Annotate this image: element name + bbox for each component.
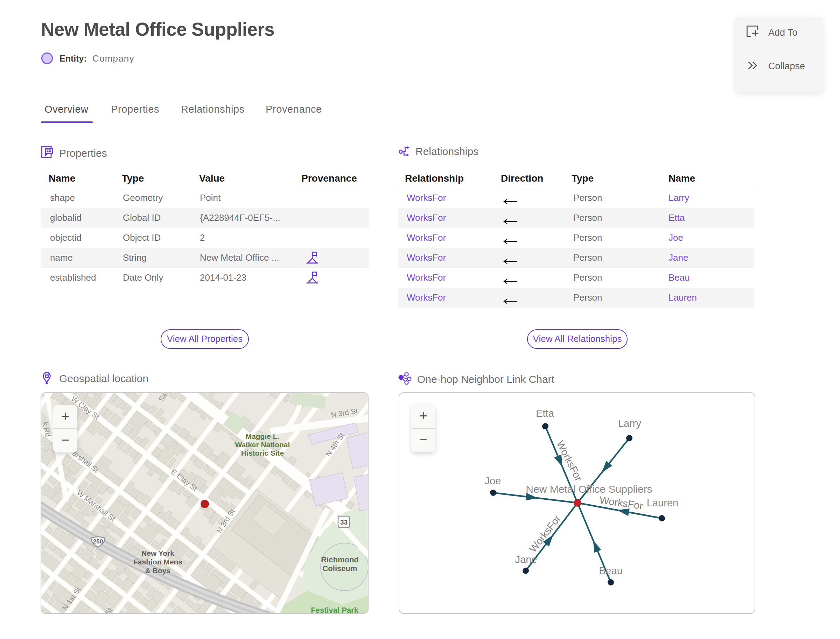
svg-text:Joe: Joe	[485, 475, 501, 486]
svg-text:Coliseum: Coliseum	[322, 564, 357, 573]
svg-text:Lauren: Lauren	[647, 497, 678, 509]
svg-text:Etta: Etta	[536, 408, 554, 419]
svg-text:Fashion Mens: Fashion Mens	[134, 558, 182, 566]
svg-text:New Metal Office Suppliers: New Metal Office Suppliers	[526, 483, 652, 495]
svg-text:Richmond: Richmond	[321, 555, 359, 564]
svg-text:Jane: Jane	[515, 554, 537, 565]
svg-text:WorksFor: WorksFor	[599, 494, 644, 511]
svg-text:New York: New York	[142, 549, 174, 557]
svg-text:& Boys: & Boys	[145, 567, 170, 575]
svg-text:33: 33	[340, 519, 348, 526]
svg-text:Historic Site: Historic Site	[241, 449, 284, 457]
svg-text:250: 250	[93, 538, 103, 545]
svg-text:Walker National: Walker National	[235, 440, 290, 448]
svg-text:Maggie L.: Maggie L.	[246, 432, 280, 440]
svg-text:Larry: Larry	[618, 418, 641, 429]
svg-text:Beau: Beau	[599, 565, 623, 576]
svg-text:Festival Park: Festival Park	[311, 606, 359, 614]
svg-text:WorksFor: WorksFor	[527, 513, 563, 555]
